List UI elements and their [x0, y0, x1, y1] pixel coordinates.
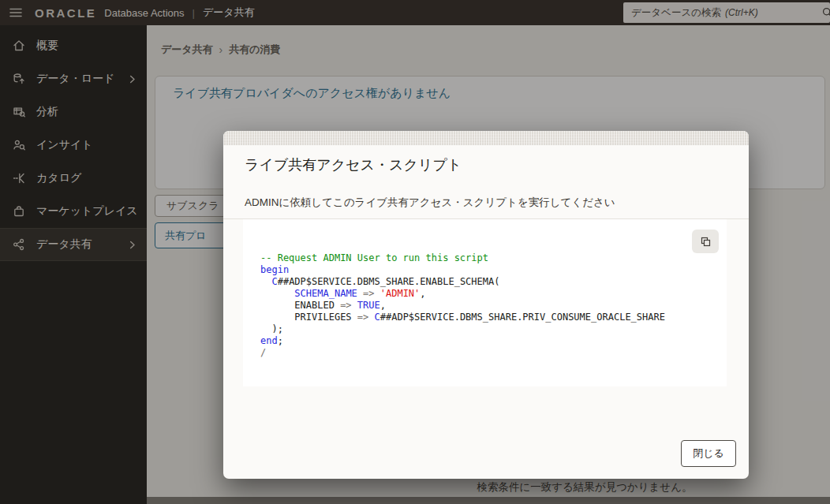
close-button[interactable]: 閉じる: [681, 440, 736, 467]
code-line: C##ADP$SERVICE.DBMS_SHARE.ENABLE_SCHEMA(: [260, 276, 720, 288]
code-line: -- Request ADMIN User to run this script: [260, 252, 720, 264]
code-line: end;: [260, 335, 720, 347]
script-code-panel: -- Request ADMIN User to run this script…: [243, 219, 727, 386]
script-code: -- Request ADMIN User to run this script…: [260, 252, 720, 359]
code-line: PRIVILEGES => C##ADP$SERVICE.DBMS_SHARE.…: [260, 312, 720, 323]
code-line: ENABLED => TRUE,: [260, 300, 720, 312]
code-line: SCHEMA_NAME => 'ADMIN',: [260, 288, 720, 300]
dialog-title: ライブ共有アクセス・スクリプト: [245, 155, 462, 174]
code-line: );: [260, 323, 720, 335]
dialog-texture-band: [223, 131, 749, 145]
copy-icon: [699, 235, 712, 248]
live-share-access-script-dialog: ライブ共有アクセス・スクリプト ADMINに依頼してこのライブ共有アクセス・スク…: [223, 131, 749, 479]
screen: ORACLE Database Actions | データ共有 データベースの検…: [0, 0, 830, 504]
copy-button[interactable]: [692, 230, 719, 253]
code-line: /: [260, 347, 720, 359]
code-line: begin: [260, 264, 720, 276]
dialog-instruction: ADMINに依頼してこのライブ共有アクセス・スクリプトを実行してください: [245, 196, 615, 210]
